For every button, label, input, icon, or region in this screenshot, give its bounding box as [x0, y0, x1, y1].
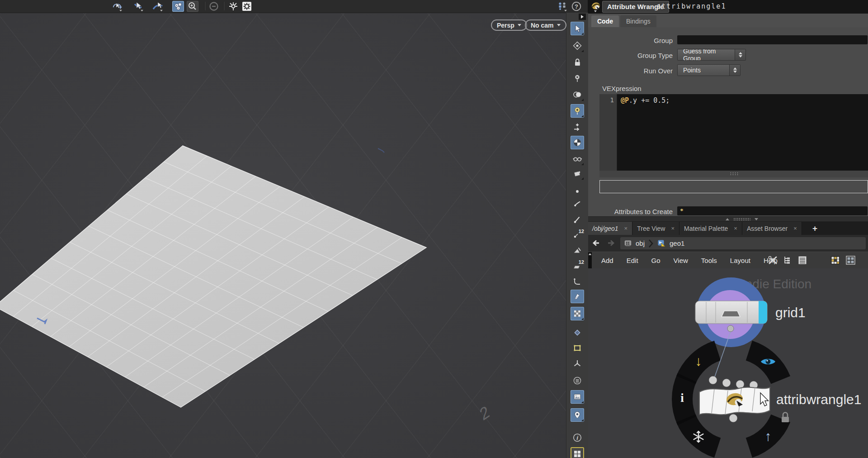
info-circles-icon[interactable]	[571, 88, 584, 101]
pane-splitter[interactable]	[588, 216, 868, 222]
color-palette-grid-icon[interactable]	[830, 255, 840, 265]
snap-options-icon[interactable]	[227, 1, 239, 12]
layout-grid-icon[interactable]	[845, 255, 856, 265]
pin-delete-icon[interactable]	[571, 72, 584, 85]
move-tool-icon[interactable]	[152, 1, 164, 12]
forward-icon[interactable]	[606, 239, 616, 247]
menu-item[interactable]: Go	[651, 257, 660, 264]
frame-icon[interactable]	[571, 341, 584, 355]
chevron-down-icon	[518, 24, 521, 26]
output-connector[interactable]	[729, 414, 737, 422]
pin-add-icon[interactable]	[571, 104, 584, 118]
select-tool-icon[interactable]	[132, 1, 144, 12]
group-type-dropdown[interactable]: Guess from Group	[677, 49, 746, 61]
checker-grid-icon[interactable]	[571, 307, 584, 320]
point-numbers-icon[interactable]: 12	[571, 228, 584, 242]
visibility-options-icon[interactable]	[556, 1, 568, 12]
primitive-numbers-icon[interactable]: 12	[571, 259, 584, 272]
parameter-tab[interactable]: Code	[591, 15, 619, 27]
run-over-dropdown[interactable]: Points	[677, 64, 741, 76]
add-point-icon[interactable]	[571, 120, 584, 134]
list-view-icon[interactable]	[797, 255, 807, 265]
display-options-icon[interactable]	[241, 1, 253, 12]
menu-item[interactable]: Add	[601, 257, 613, 264]
point-icon[interactable]	[571, 185, 584, 198]
view-tool-icon[interactable]	[111, 1, 123, 12]
zoom-region-icon[interactable]	[187, 1, 198, 12]
breadcrumb-obj[interactable]: obj	[636, 239, 645, 247]
add-tab-button[interactable]: +	[812, 224, 817, 234]
group-input[interactable]	[677, 35, 868, 44]
tools-icon[interactable]	[768, 255, 778, 265]
node-attribwrangle1[interactable]	[699, 376, 770, 422]
pane-collapse-control[interactable]	[588, 252, 592, 268]
circle-menu-icon[interactable]	[571, 374, 584, 387]
vex-code-editor[interactable]: 1 @P.y += 0.5;	[599, 94, 868, 171]
pane-tab[interactable]: Tree View ×	[632, 222, 679, 235]
grid-cells-icon[interactable]	[571, 447, 584, 458]
pane-tab[interactable]: Material Palette ×	[679, 222, 742, 235]
spinner-icon[interactable]	[729, 65, 740, 76]
attributes-to-create-field[interactable]: *	[677, 206, 868, 215]
fan-icon[interactable]	[571, 357, 584, 370]
visibility-glasses-icon[interactable]	[571, 152, 584, 166]
input-connector[interactable]	[709, 376, 717, 384]
toolbar-separator	[204, 2, 205, 10]
pane-expand-button[interactable]	[579, 14, 586, 20]
breadcrumb-geo1[interactable]: geo1	[670, 239, 684, 247]
pane-tab[interactable]: /obj/geo1 ×	[588, 222, 632, 235]
node-name-field[interactable]: attribwrangle1	[656, 2, 726, 10]
select-objects-icon[interactable]	[571, 39, 584, 52]
pane-tab[interactable]: Asset Browser ×	[742, 222, 802, 235]
close-icon[interactable]: ×	[793, 225, 797, 232]
editor-message-bar[interactable]	[599, 180, 868, 193]
parameter-tab[interactable]: Bindings	[620, 15, 656, 27]
close-icon[interactable]: ×	[671, 225, 675, 232]
close-icon[interactable]: ×	[734, 225, 737, 232]
menu-item[interactable]: Edit	[627, 257, 638, 264]
edge-icon[interactable]	[571, 213, 584, 226]
network-editor[interactable]: Indie Edition	[588, 268, 868, 458]
select-arrow-icon[interactable]	[571, 22, 584, 35]
menu-item[interactable]: Tools	[701, 257, 717, 264]
background-image-icon[interactable]	[571, 390, 584, 404]
close-icon[interactable]: ×	[624, 225, 628, 232]
group-disabled-icon[interactable]	[208, 1, 220, 12]
output-connector[interactable]	[727, 325, 734, 332]
lock-icon[interactable]	[571, 55, 584, 69]
perspective-view-button[interactable]: Persp	[491, 19, 527, 31]
group-type-label: Group Type	[588, 52, 673, 59]
input-connector[interactable]	[722, 379, 731, 387]
primitive-icon[interactable]	[571, 243, 584, 257]
input-connector[interactable]	[736, 380, 744, 388]
ball-select-icon[interactable]	[571, 136, 584, 149]
menu-item[interactable]: Layout	[730, 257, 750, 264]
vertex-icon[interactable]	[571, 197, 584, 211]
viewport-3d[interactable]: 2	[0, 13, 566, 458]
tree-hierarchy-icon[interactable]	[782, 255, 792, 265]
node-label-grid1[interactable]: grid1	[775, 305, 806, 320]
profile-curve-icon[interactable]	[571, 274, 584, 288]
viewport-toolbar: ?	[0, 0, 588, 13]
display-flag[interactable]	[759, 301, 767, 324]
back-icon[interactable]	[591, 239, 601, 247]
menu-item[interactable]: View	[674, 257, 688, 264]
info-icon[interactable]: i	[674, 391, 690, 405]
info-icon[interactable]: i	[571, 431, 584, 444]
normals-icon[interactable]	[571, 290, 584, 303]
spinner-icon[interactable]	[735, 49, 745, 60]
select-geometry-icon[interactable]	[172, 1, 184, 12]
attributes-to-create-label: Attributes to Create	[588, 208, 673, 215]
node-label-attribwrangle1[interactable]: attribwrangle1	[776, 392, 861, 407]
input-down-arrow-icon[interactable]: ↓	[690, 353, 707, 369]
material-paint-icon[interactable]	[571, 167, 584, 180]
output-up-arrow-icon[interactable]: ↑	[760, 429, 776, 444]
splitter-handle[interactable]	[726, 218, 758, 221]
node-type-label: Attribute Wrangle	[607, 3, 664, 10]
diamond-marker-icon[interactable]	[571, 326, 584, 339]
code-gutter: 1	[599, 94, 617, 171]
camera-select-button[interactable]: No cam	[525, 19, 566, 31]
help-icon[interactable]: ?	[571, 1, 582, 12]
editor-resize-handle[interactable]	[599, 171, 868, 177]
location-pin-icon[interactable]	[571, 408, 584, 422]
